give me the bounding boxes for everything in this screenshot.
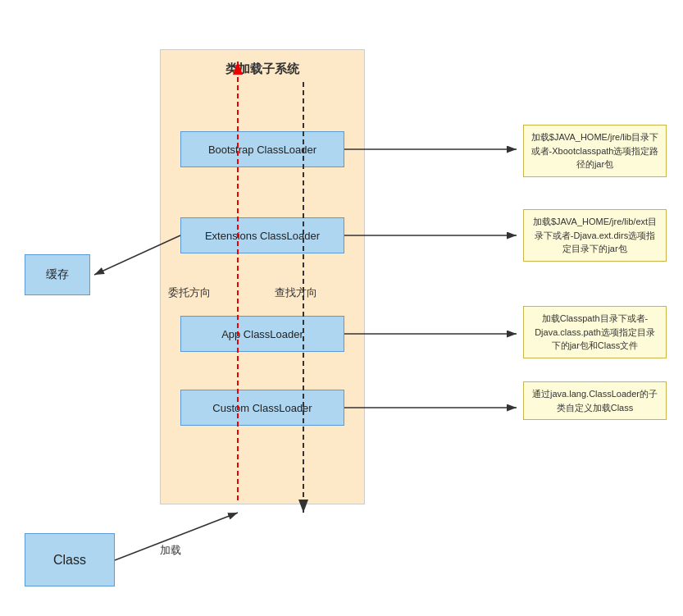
cache-box: 缓存 [25,254,90,295]
svg-line-11 [115,513,238,560]
diagram-container: 类加载子系统 Bootstrap ClassLoader Extensions … [0,0,683,616]
bootstrap-classloader: Bootstrap ClassLoader [180,131,344,167]
extensions-classloader: Extensions ClassLoader [180,217,344,253]
svg-text:加载: 加载 [160,544,181,556]
custom-classloader: Custom ClassLoader [180,390,344,426]
desc-extensions: 加载$JAVA_HOME/jre/lib/ext目录下或者-Djava.ext.… [523,209,667,262]
subsystem-box [160,49,365,504]
desc-bootstrap: 加载$JAVA_HOME/jre/lib目录下或者-Xbootclasspath… [523,125,667,177]
desc-custom: 通过java.lang.ClassLoader的子类自定义加载Class [523,381,667,420]
app-classloader: App ClassLoader [180,316,344,352]
find-label: 查找方向 [275,285,317,300]
class-box: Class [25,533,115,586]
subsystem-title: 类加载子系统 [201,62,324,77]
desc-app: 加载Classpath目录下或者-Djava.class.path选项指定目录下… [523,306,667,358]
delegate-label: 委托方向 [168,285,211,300]
